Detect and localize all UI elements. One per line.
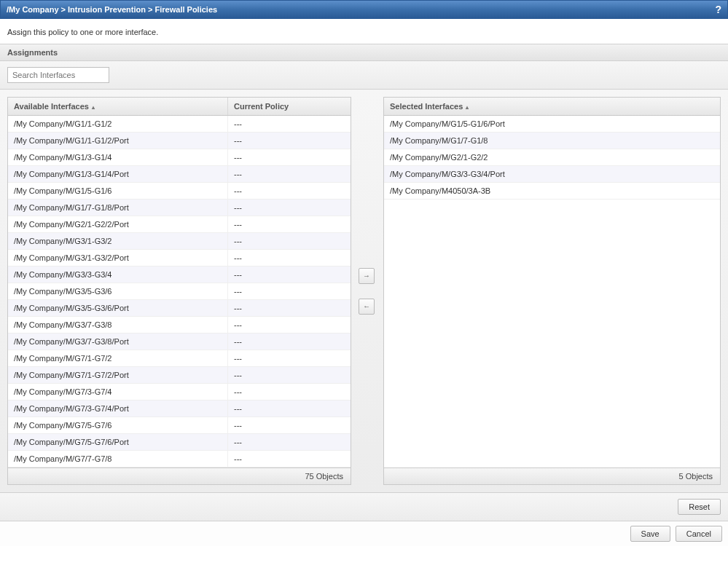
search-input[interactable] (7, 67, 109, 83)
available-header-name[interactable]: Available Interfaces (8, 98, 228, 115)
interface-name: /My Company/M/G3/3-G3/4 (8, 267, 228, 283)
table-row[interactable]: /My Company/M/G3/1-G3/2--- (8, 233, 351, 250)
table-row[interactable]: /My Company/M/G2/1-G2/2 (384, 149, 720, 166)
search-bar (0, 61, 728, 90)
selected-header: Selected Interfaces (384, 98, 720, 116)
arrow-right-icon: → (363, 272, 370, 280)
table-row[interactable]: /My Company/M/G1/1-G1/2--- (8, 116, 351, 133)
interface-name: /My Company/M/G1/7-G1/8 (384, 133, 720, 149)
selected-header-name[interactable]: Selected Interfaces (384, 98, 720, 115)
selected-panel: Selected Interfaces /My Company/M/G1/5-G… (383, 97, 721, 485)
table-row[interactable]: /My Company/M/G7/1-G7/2/Port--- (8, 367, 351, 384)
interface-name: /My Company/M/G1/3-G1/4 (8, 149, 228, 165)
interface-policy: --- (228, 267, 351, 283)
interface-policy: --- (228, 400, 351, 417)
interface-name: /My Company/M/G3/7-G3/8/Port (8, 334, 228, 350)
table-row[interactable]: /My Company/M/G7/3-G7/4/Port--- (8, 400, 351, 417)
interface-policy: --- (228, 116, 351, 132)
available-header-policy[interactable]: Current Policy (228, 98, 351, 115)
available-header: Available Interfaces Current Policy (8, 98, 351, 116)
interface-policy: --- (228, 283, 351, 299)
interface-policy: --- (228, 434, 351, 450)
table-row[interactable]: /My Company/M/G7/5-G7/6/Port--- (8, 434, 351, 451)
interface-policy: --- (228, 149, 351, 165)
section-title: Assignments (0, 44, 728, 61)
table-row[interactable]: /My Company/M/G3/1-G3/2/Port--- (8, 250, 351, 267)
interface-policy: --- (228, 166, 351, 182)
available-list[interactable]: /My Company/M/G1/1-G1/2---/My Company/M/… (8, 116, 351, 467)
add-button[interactable]: → (359, 268, 375, 284)
table-row[interactable]: /My Company/M/G1/7-G1/8/Port--- (8, 200, 351, 216)
table-row[interactable]: /My Company/M/G7/5-G7/6--- (8, 417, 351, 434)
available-count: 75 Objects (8, 467, 351, 484)
interface-name: /My Company/M/G3/1-G3/2/Port (8, 250, 228, 266)
interface-name: /My Company/M/G1/5-G1/6/Port (384, 116, 720, 132)
interface-name: /My Company/M/G3/7-G3/8 (8, 317, 228, 333)
footer-bar: Save Cancel (0, 521, 728, 546)
table-row[interactable]: /My Company/M/G1/1-G1/2/Port--- (8, 133, 351, 149)
breadcrumb-bar: /My Company > Intrusion Prevention > Fir… (0, 0, 728, 19)
table-row[interactable]: /My Company/M/G3/5-G3/6/Port--- (8, 300, 351, 317)
interface-policy: --- (228, 451, 351, 467)
interface-name: /My Company/M/G7/1-G7/2 (8, 350, 228, 366)
remove-button[interactable]: ← (359, 299, 375, 315)
table-row[interactable]: /My Company/M/G1/5-G1/6/Port (384, 116, 720, 133)
interface-name: /My Company/M/G2/1-G2/2/Port (8, 216, 228, 232)
table-row[interactable]: /My Company/M/G1/5-G1/6--- (8, 183, 351, 200)
interface-policy: --- (228, 233, 351, 249)
reset-button[interactable]: Reset (678, 499, 721, 515)
selected-list[interactable]: /My Company/M/G1/5-G1/6/Port/My Company/… (384, 116, 720, 467)
instruction-text: Assign this policy to one or more interf… (0, 19, 728, 44)
save-button[interactable]: Save (630, 526, 670, 542)
arrow-left-icon: ← (363, 302, 370, 310)
table-row[interactable]: /My Company/M/G3/3-G3/4/Port (384, 166, 720, 183)
interface-policy: --- (228, 350, 351, 366)
table-row[interactable]: /My Company/M/G1/7-G1/8 (384, 133, 720, 149)
table-row[interactable]: /My Company/M/G3/5-G3/6--- (8, 283, 351, 300)
table-row[interactable]: /My Company/M/G7/7-G7/8--- (8, 451, 351, 467)
interface-policy: --- (228, 183, 351, 199)
interface-name: /My Company/M/G7/3-G7/4 (8, 384, 228, 400)
interface-name: /My Company/M/G7/7-G7/8 (8, 451, 228, 467)
interface-name: /My Company/M/G7/3-G7/4/Port (8, 400, 228, 417)
interface-policy: --- (228, 417, 351, 433)
table-row[interactable]: /My Company/M/G2/1-G2/2/Port--- (8, 216, 351, 233)
interface-name: /My Company/M/G7/1-G7/2/Port (8, 367, 228, 383)
interface-policy: --- (228, 133, 351, 149)
interface-name: /My Company/M/G1/1-G1/2 (8, 116, 228, 132)
table-row[interactable]: /My Company/M/G1/3-G1/4/Port--- (8, 166, 351, 183)
available-panel: Available Interfaces Current Policy /My … (7, 97, 351, 485)
interface-name: /My Company/M/G1/1-G1/2/Port (8, 133, 228, 149)
interface-policy: --- (228, 334, 351, 350)
selected-count: 5 Objects (384, 467, 720, 484)
table-row[interactable]: /My Company/M/G7/3-G7/4--- (8, 384, 351, 400)
interface-name: /My Company/M/G3/5-G3/6/Port (8, 300, 228, 316)
table-row[interactable]: /My Company/M4050/3A-3B (384, 183, 720, 200)
interface-policy: --- (228, 200, 351, 216)
cancel-button[interactable]: Cancel (676, 526, 722, 542)
interface-name: /My Company/M/G7/5-G7/6 (8, 417, 228, 433)
assignment-area: Available Interfaces Current Policy /My … (0, 90, 728, 492)
interface-name: /My Company/M/G3/1-G3/2 (8, 233, 228, 249)
shuttle-controls: → ← (359, 97, 376, 485)
table-row[interactable]: /My Company/M/G1/3-G1/4--- (8, 149, 351, 166)
interface-name: /My Company/M/G3/5-G3/6 (8, 283, 228, 299)
interface-name: /My Company/M/G1/3-G1/4/Port (8, 166, 228, 182)
table-row[interactable]: /My Company/M/G3/7-G3/8--- (8, 317, 351, 334)
interface-policy: --- (228, 367, 351, 383)
table-row[interactable]: /My Company/M/G3/7-G3/8/Port--- (8, 334, 351, 350)
interface-name: /My Company/M/G3/3-G3/4/Port (384, 166, 720, 182)
help-icon[interactable]: ? (715, 4, 721, 15)
interface-name: /My Company/M/G1/7-G1/8/Port (8, 200, 228, 216)
interface-policy: --- (228, 300, 351, 316)
interface-name: /My Company/M/G7/5-G7/6/Port (8, 434, 228, 450)
interface-name: /My Company/M/G1/5-G1/6 (8, 183, 228, 199)
table-row[interactable]: /My Company/M/G3/3-G3/4--- (8, 267, 351, 283)
interface-name: /My Company/M4050/3A-3B (384, 183, 720, 199)
interface-policy: --- (228, 250, 351, 266)
table-row[interactable]: /My Company/M/G7/1-G7/2--- (8, 350, 351, 367)
breadcrumb-text: /My Company > Intrusion Prevention > Fir… (7, 5, 217, 14)
reset-bar: Reset (0, 492, 728, 521)
interface-name: /My Company/M/G2/1-G2/2 (384, 149, 720, 165)
interface-policy: --- (228, 216, 351, 232)
